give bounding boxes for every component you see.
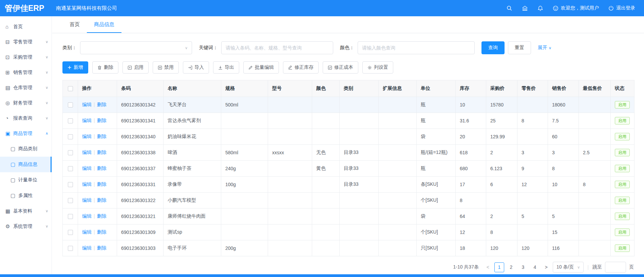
batch-edit-button[interactable]: 批量编辑 [243, 61, 279, 74]
chevron-down-icon: ∨ [45, 116, 48, 120]
select-all-checkbox[interactable] [68, 86, 73, 91]
edit-link[interactable]: 编辑 [82, 229, 92, 235]
column-settings-button[interactable]: 列设置 [362, 61, 393, 74]
sidebar-item-purchase[interactable]: ⊡采购管理∨ [0, 50, 52, 65]
sidebar-item-goods[interactable]: ▣商品管理∧ [0, 126, 52, 141]
export-button[interactable]: 导出 [213, 61, 239, 74]
delete-link[interactable]: 删除 [97, 118, 107, 123]
row-checkbox[interactable] [68, 214, 73, 219]
delete-link[interactable]: 删除 [97, 181, 107, 187]
tab-home[interactable]: 首页 [62, 16, 87, 33]
sidebar-item-multi-attribute[interactable]: ▢多属性 [0, 188, 52, 203]
page-number-3[interactable]: 3 [518, 262, 528, 272]
jump-suffix: 页 [629, 264, 634, 270]
user-menu[interactable]: 欢迎您，测试用户 [553, 5, 599, 11]
edit-link[interactable]: 编辑 [82, 165, 92, 171]
enable-button[interactable]: 启用 [122, 61, 149, 74]
pagination-total: 1-10 共37条 [453, 264, 478, 270]
page-number-4[interactable]: 4 [530, 262, 540, 272]
sidebar-item-label: 基本资料 [13, 208, 32, 214]
cell-sale: 60 [548, 129, 579, 145]
page-number-2[interactable]: 2 [506, 262, 516, 272]
logout-button[interactable]: 退出登录 [608, 5, 635, 11]
color-input[interactable] [358, 41, 475, 54]
row-checkbox[interactable] [68, 166, 73, 171]
cell-sale: 116 [548, 240, 579, 256]
edit-link[interactable]: 编辑 [82, 102, 92, 107]
status-badge: 启用 [615, 213, 630, 220]
page-size-select[interactable]: 10 条/页 ∨ [553, 262, 584, 273]
op-separator: | [94, 150, 95, 155]
sidebar-item-home[interactable]: ⌂首页 [0, 19, 52, 34]
delete-link[interactable]: 删除 [97, 150, 107, 155]
delete-link[interactable]: 删除 [97, 102, 107, 107]
edit-link[interactable]: 编辑 [82, 213, 92, 219]
sidebar-item-basic-data[interactable]: ▦基本资料∨ [0, 203, 52, 219]
cell-ext [379, 193, 417, 209]
operations-cell: 编辑|删除 [78, 224, 117, 240]
edit-link[interactable]: 编辑 [82, 150, 92, 155]
header-actions: 欢迎您，测试用户 退出登录 [507, 5, 644, 11]
fix-cost-button[interactable]: 修正成本 [323, 61, 358, 74]
row-checkbox[interactable] [68, 198, 73, 203]
tab-goods-info[interactable]: 商品信息 [87, 16, 121, 33]
sidebar-item-retail[interactable]: ⊟零售管理∨ [0, 34, 52, 50]
sidebar-item-finance[interactable]: ◎财务管理∨ [0, 95, 52, 111]
delete-link[interactable]: 删除 [97, 165, 107, 171]
disable-button[interactable]: 禁用 [153, 61, 179, 74]
cell-stock: 18 [456, 240, 486, 256]
column-header-1: 条码 [117, 80, 164, 97]
delete-button[interactable]: 删除 [92, 61, 118, 74]
cell-purchase: 25 [486, 113, 517, 129]
edit-link[interactable]: 编辑 [82, 181, 92, 187]
operations-cell: 编辑|删除 [78, 113, 117, 129]
sidebar-item-measure-unit[interactable]: ▢计量单位 [0, 172, 52, 188]
row-checkbox[interactable] [68, 246, 73, 251]
next-page-button[interactable]: > [543, 264, 550, 270]
row-checkbox[interactable] [68, 118, 73, 123]
delete-link[interactable]: 删除 [97, 197, 107, 203]
delete-link[interactable]: 删除 [97, 134, 107, 139]
bell-icon[interactable] [537, 5, 543, 11]
cell-model [268, 161, 312, 177]
cell-sale: 3 [548, 145, 579, 161]
cell-min [579, 209, 611, 224]
page-size-value: 10 条/页 [556, 264, 574, 270]
delete-link[interactable]: 删除 [97, 229, 107, 235]
row-checkbox[interactable] [68, 102, 73, 107]
edit-link[interactable]: 编辑 [82, 134, 92, 139]
cell-barcode: 6901236301303 [117, 240, 164, 256]
sidebar-item-goods-info[interactable]: ▢商品信息 [0, 157, 52, 172]
prev-page-button[interactable]: < [485, 264, 491, 270]
sidebar-item-goods-category[interactable]: ▢商品类别 [0, 141, 52, 157]
search-button[interactable]: 查询 [481, 41, 505, 54]
expand-link[interactable]: 展开 ∨ [538, 45, 551, 51]
category-select[interactable]: ∨ [80, 41, 192, 54]
row-checkbox[interactable] [68, 134, 73, 139]
reset-button[interactable]: 重置 [508, 41, 531, 54]
row-checkbox[interactable] [68, 230, 73, 235]
edit-link[interactable]: 编辑 [82, 245, 92, 251]
status-badge: 启用 [615, 149, 630, 156]
main-content: 首页 商品信息 类别： ∨ 关键词： 颜色： 查询 重置 展开 ∨ 新增删除启用… [52, 0, 644, 277]
sidebar-item-system[interactable]: ⚙系统管理∨ [0, 219, 52, 234]
cell-name: 录像带 [164, 177, 221, 193]
sidebar-item-report[interactable]: ◔报表查询∨ [0, 111, 52, 126]
cell-barcode: 6901236301341 [117, 113, 164, 129]
page-number-1[interactable]: 1 [494, 262, 504, 272]
search-icon[interactable] [507, 5, 512, 11]
edit-link[interactable]: 编辑 [82, 118, 92, 123]
keyword-input[interactable] [221, 41, 333, 54]
sidebar-item-warehouse[interactable]: ▤仓库管理∨ [0, 80, 52, 95]
jump-page-input[interactable] [605, 262, 626, 273]
import-button[interactable]: 导入 [183, 61, 209, 74]
store-icon[interactable] [522, 5, 528, 11]
add-button[interactable]: 新增 [62, 61, 88, 74]
row-checkbox[interactable] [68, 182, 73, 187]
delete-link[interactable]: 删除 [97, 213, 107, 219]
row-checkbox[interactable] [68, 150, 73, 155]
delete-link[interactable]: 删除 [97, 245, 107, 251]
fix-stock-button[interactable]: 修正库存 [283, 61, 319, 74]
edit-link[interactable]: 编辑 [82, 197, 92, 203]
sidebar-item-sales[interactable]: ⊞销售管理∨ [0, 65, 52, 80]
